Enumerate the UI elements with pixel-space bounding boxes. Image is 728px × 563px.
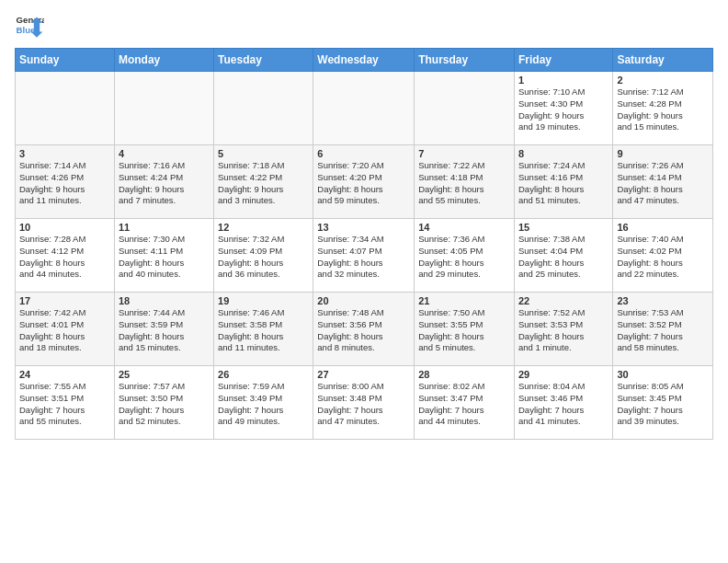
day-number: 24 bbox=[19, 369, 110, 380]
day-number: 20 bbox=[317, 295, 410, 306]
day-number: 13 bbox=[317, 222, 410, 233]
day-info: Sunrise: 7:59 AM Sunset: 3:49 PM Dayligh… bbox=[218, 381, 309, 428]
day-info: Sunrise: 7:38 AM Sunset: 4:04 PM Dayligh… bbox=[518, 234, 609, 281]
day-number: 22 bbox=[518, 295, 609, 306]
day-header-thursday: Thursday bbox=[415, 49, 515, 72]
calendar-cell: 9Sunrise: 7:26 AM Sunset: 4:14 PM Daylig… bbox=[613, 145, 713, 219]
calendar-cell: 11Sunrise: 7:30 AM Sunset: 4:11 PM Dayli… bbox=[114, 219, 213, 293]
calendar-cell: 29Sunrise: 8:04 AM Sunset: 3:46 PM Dayli… bbox=[514, 366, 612, 440]
calendar-cell: 25Sunrise: 7:57 AM Sunset: 3:50 PM Dayli… bbox=[114, 366, 213, 440]
calendar-cell: 22Sunrise: 7:52 AM Sunset: 3:53 PM Dayli… bbox=[514, 293, 612, 366]
day-number: 11 bbox=[119, 222, 210, 233]
day-number: 16 bbox=[617, 222, 709, 233]
day-info: Sunrise: 7:36 AM Sunset: 4:05 PM Dayligh… bbox=[418, 234, 510, 281]
day-number: 8 bbox=[518, 148, 609, 159]
day-info: Sunrise: 7:44 AM Sunset: 3:59 PM Dayligh… bbox=[119, 307, 210, 354]
day-number: 15 bbox=[518, 222, 609, 233]
logo: General Blue bbox=[15, 11, 44, 40]
day-info: Sunrise: 7:55 AM Sunset: 3:51 PM Dayligh… bbox=[19, 381, 110, 428]
calendar-cell: 7Sunrise: 7:22 AM Sunset: 4:18 PM Daylig… bbox=[415, 145, 515, 219]
day-info: Sunrise: 7:46 AM Sunset: 3:58 PM Dayligh… bbox=[218, 307, 309, 354]
day-number: 14 bbox=[418, 222, 510, 233]
calendar-cell: 19Sunrise: 7:46 AM Sunset: 3:58 PM Dayli… bbox=[214, 293, 313, 366]
calendar-cell bbox=[114, 72, 213, 145]
day-number: 21 bbox=[418, 295, 510, 306]
day-info: Sunrise: 7:14 AM Sunset: 4:26 PM Dayligh… bbox=[19, 160, 110, 207]
week-row-4: 17Sunrise: 7:42 AM Sunset: 4:01 PM Dayli… bbox=[16, 293, 713, 366]
day-info: Sunrise: 7:53 AM Sunset: 3:52 PM Dayligh… bbox=[617, 307, 709, 354]
calendar-cell: 28Sunrise: 8:02 AM Sunset: 3:47 PM Dayli… bbox=[415, 366, 515, 440]
week-row-3: 10Sunrise: 7:28 AM Sunset: 4:12 PM Dayli… bbox=[16, 219, 713, 293]
day-header-tuesday: Tuesday bbox=[214, 49, 313, 72]
day-info: Sunrise: 8:04 AM Sunset: 3:46 PM Dayligh… bbox=[518, 381, 609, 428]
logo-icon: General Blue bbox=[15, 11, 44, 40]
header-row: General Blue bbox=[15, 11, 713, 40]
calendar-cell: 13Sunrise: 7:34 AM Sunset: 4:07 PM Dayli… bbox=[313, 219, 415, 293]
calendar-cell: 6Sunrise: 7:20 AM Sunset: 4:20 PM Daylig… bbox=[313, 145, 415, 219]
week-row-2: 3Sunrise: 7:14 AM Sunset: 4:26 PM Daylig… bbox=[16, 145, 713, 219]
day-info: Sunrise: 8:00 AM Sunset: 3:48 PM Dayligh… bbox=[317, 381, 410, 428]
calendar-cell: 15Sunrise: 7:38 AM Sunset: 4:04 PM Dayli… bbox=[514, 219, 612, 293]
calendar-cell bbox=[415, 72, 515, 145]
day-info: Sunrise: 7:32 AM Sunset: 4:09 PM Dayligh… bbox=[218, 234, 309, 281]
calendar-cell: 26Sunrise: 7:59 AM Sunset: 3:49 PM Dayli… bbox=[214, 366, 313, 440]
calendar-cell: 20Sunrise: 7:48 AM Sunset: 3:56 PM Dayli… bbox=[313, 293, 415, 366]
calendar-cell: 10Sunrise: 7:28 AM Sunset: 4:12 PM Dayli… bbox=[16, 219, 115, 293]
day-info: Sunrise: 7:24 AM Sunset: 4:16 PM Dayligh… bbox=[518, 160, 609, 207]
calendar-cell: 5Sunrise: 7:18 AM Sunset: 4:22 PM Daylig… bbox=[214, 145, 313, 219]
day-info: Sunrise: 7:40 AM Sunset: 4:02 PM Dayligh… bbox=[617, 234, 709, 281]
day-number: 6 bbox=[317, 148, 410, 159]
day-number: 1 bbox=[518, 75, 609, 86]
day-info: Sunrise: 7:22 AM Sunset: 4:18 PM Dayligh… bbox=[418, 160, 510, 207]
svg-text:Blue: Blue bbox=[17, 25, 36, 35]
day-info: Sunrise: 7:10 AM Sunset: 4:30 PM Dayligh… bbox=[518, 86, 609, 133]
calendar-cell: 3Sunrise: 7:14 AM Sunset: 4:26 PM Daylig… bbox=[16, 145, 115, 219]
day-header-wednesday: Wednesday bbox=[313, 49, 415, 72]
day-number: 18 bbox=[119, 295, 210, 306]
day-info: Sunrise: 7:28 AM Sunset: 4:12 PM Dayligh… bbox=[19, 234, 110, 281]
day-number: 23 bbox=[617, 295, 709, 306]
day-number: 5 bbox=[218, 148, 309, 159]
day-info: Sunrise: 7:18 AM Sunset: 4:22 PM Dayligh… bbox=[218, 160, 309, 207]
day-number: 17 bbox=[19, 295, 110, 306]
day-number: 9 bbox=[617, 148, 709, 159]
calendar-cell: 12Sunrise: 7:32 AM Sunset: 4:09 PM Dayli… bbox=[214, 219, 313, 293]
day-header-sunday: Sunday bbox=[16, 49, 115, 72]
day-info: Sunrise: 7:57 AM Sunset: 3:50 PM Dayligh… bbox=[119, 381, 210, 428]
day-info: Sunrise: 8:05 AM Sunset: 3:45 PM Dayligh… bbox=[617, 381, 709, 428]
main-container: General Blue SundayMondayTuesdayWednesda… bbox=[0, 0, 728, 447]
calendar-cell: 1Sunrise: 7:10 AM Sunset: 4:30 PM Daylig… bbox=[514, 72, 612, 145]
calendar-cell bbox=[214, 72, 313, 145]
calendar-cell: 14Sunrise: 7:36 AM Sunset: 4:05 PM Dayli… bbox=[415, 219, 515, 293]
day-number: 29 bbox=[518, 369, 609, 380]
calendar-cell: 23Sunrise: 7:53 AM Sunset: 3:52 PM Dayli… bbox=[613, 293, 713, 366]
day-number: 25 bbox=[119, 369, 210, 380]
day-header-friday: Friday bbox=[514, 49, 612, 72]
calendar-cell: 2Sunrise: 7:12 AM Sunset: 4:28 PM Daylig… bbox=[613, 72, 713, 145]
day-number: 10 bbox=[19, 222, 110, 233]
calendar-table: SundayMondayTuesdayWednesdayThursdayFrid… bbox=[15, 48, 713, 440]
svg-text:General: General bbox=[17, 15, 44, 25]
day-info: Sunrise: 7:12 AM Sunset: 4:28 PM Dayligh… bbox=[617, 86, 709, 133]
day-info: Sunrise: 7:26 AM Sunset: 4:14 PM Dayligh… bbox=[617, 160, 709, 207]
calendar-cell bbox=[16, 72, 115, 145]
day-info: Sunrise: 7:42 AM Sunset: 4:01 PM Dayligh… bbox=[19, 307, 110, 354]
day-number: 3 bbox=[19, 148, 110, 159]
day-number: 4 bbox=[119, 148, 210, 159]
calendar-cell: 18Sunrise: 7:44 AM Sunset: 3:59 PM Dayli… bbox=[114, 293, 213, 366]
day-info: Sunrise: 7:20 AM Sunset: 4:20 PM Dayligh… bbox=[317, 160, 410, 207]
day-number: 12 bbox=[218, 222, 309, 233]
day-info: Sunrise: 7:48 AM Sunset: 3:56 PM Dayligh… bbox=[317, 307, 410, 354]
day-number: 30 bbox=[617, 369, 709, 380]
day-info: Sunrise: 7:30 AM Sunset: 4:11 PM Dayligh… bbox=[119, 234, 210, 281]
days-header-row: SundayMondayTuesdayWednesdayThursdayFrid… bbox=[16, 49, 713, 72]
calendar-cell: 21Sunrise: 7:50 AM Sunset: 3:55 PM Dayli… bbox=[415, 293, 515, 366]
calendar-cell: 4Sunrise: 7:16 AM Sunset: 4:24 PM Daylig… bbox=[114, 145, 213, 219]
day-info: Sunrise: 7:16 AM Sunset: 4:24 PM Dayligh… bbox=[119, 160, 210, 207]
calendar-cell: 24Sunrise: 7:55 AM Sunset: 3:51 PM Dayli… bbox=[16, 366, 115, 440]
day-number: 2 bbox=[617, 75, 709, 86]
calendar-cell: 17Sunrise: 7:42 AM Sunset: 4:01 PM Dayli… bbox=[16, 293, 115, 366]
calendar-cell: 27Sunrise: 8:00 AM Sunset: 3:48 PM Dayli… bbox=[313, 366, 415, 440]
week-row-1: 1Sunrise: 7:10 AM Sunset: 4:30 PM Daylig… bbox=[16, 72, 713, 145]
day-number: 26 bbox=[218, 369, 309, 380]
